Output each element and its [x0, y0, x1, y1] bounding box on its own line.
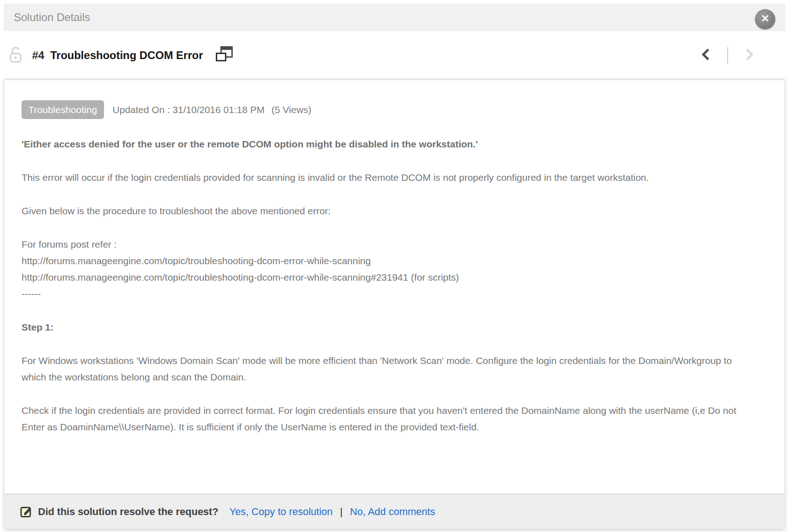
- close-icon: ✕: [761, 14, 769, 24]
- previous-solution-button[interactable]: [701, 48, 710, 62]
- modal-title: Solution Details: [14, 11, 90, 24]
- body-paragraph: For forums post refer :http://forums.man…: [22, 236, 739, 302]
- note-edit-icon: [20, 505, 33, 518]
- popup-window-icon: [215, 46, 233, 64]
- modal-header: Solution Details ✕: [4, 4, 785, 31]
- body-paragraph: Given below is the procedure to troubles…: [22, 203, 739, 219]
- body-paragraph: 'Either access denied for the user or th…: [22, 136, 739, 152]
- body-paragraph: For Windows workstations 'Windows Domain…: [22, 353, 739, 385]
- solution-card-content: Troubleshooting Updated On : 31/10/2016 …: [5, 80, 784, 494]
- yes-copy-to-resolution-link[interactable]: Yes, Copy to resolution: [230, 506, 333, 518]
- solution-title-row: #4 Troubleshooting DCOM Error: [0, 31, 789, 79]
- body-paragraph: Step 1:: [22, 319, 739, 336]
- solution-body: 'Either access denied for the user or th…: [22, 136, 739, 435]
- body-paragraph: This error will occur if the login crede…: [22, 169, 739, 186]
- solution-card: Troubleshooting Updated On : 31/10/2016 …: [5, 79, 784, 529]
- nav-divider: [727, 47, 728, 64]
- close-button[interactable]: ✕: [755, 9, 775, 29]
- views-count: (5 Views): [271, 104, 311, 115]
- solution-id: #4: [32, 49, 44, 62]
- updated-on-text: Updated On : 31/10/2016 01:18 PM: [113, 104, 265, 115]
- resolve-footer: Did this solution resolve the request? Y…: [5, 494, 784, 529]
- chevron-right-icon: [745, 48, 754, 62]
- next-solution-button[interactable]: [745, 48, 754, 62]
- topic-badge: Troubleshooting: [22, 100, 104, 119]
- solution-details-modal: Solution Details ✕ #4 Troubleshooting DC…: [0, 4, 789, 529]
- solution-nav: [701, 47, 754, 64]
- body-paragraph: Check if the login credentials are provi…: [22, 402, 739, 435]
- open-in-new-window-button[interactable]: [215, 46, 233, 64]
- unlock-icon: [8, 46, 23, 64]
- solution-title: Troubleshooting DCOM Error: [50, 49, 203, 62]
- no-add-comments-link[interactable]: No, Add comments: [350, 506, 435, 518]
- solution-meta-row: Troubleshooting Updated On : 31/10/2016 …: [22, 100, 762, 119]
- link-separator: |: [340, 506, 343, 518]
- resolve-question: Did this solution resolve the request?: [38, 506, 219, 518]
- chevron-left-icon: [701, 48, 710, 62]
